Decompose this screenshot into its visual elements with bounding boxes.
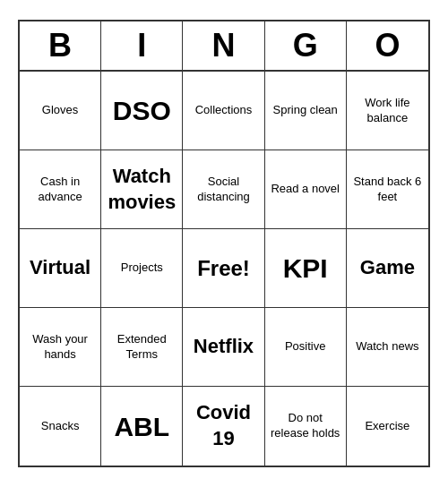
bingo-cell-0: Gloves — [20, 72, 101, 150]
header-letter: O — [347, 21, 428, 70]
bingo-cell-4: Work life balance — [347, 72, 428, 150]
bingo-cell-3: Spring clean — [265, 72, 347, 150]
header-letter: N — [183, 21, 264, 70]
bingo-cell-15: Wash your hands — [20, 308, 101, 387]
bingo-cell-1: DSO — [101, 72, 183, 150]
bingo-cell-21: ABL — [101, 387, 183, 466]
header-letter: I — [101, 21, 183, 70]
bingo-cell-5: Cash in advance — [20, 150, 101, 229]
bingo-cell-14: Game — [347, 229, 428, 308]
bingo-cell-8: Read a novel — [265, 150, 347, 229]
bingo-cell-11: Projects — [101, 229, 183, 308]
bingo-grid: GlovesDSOCollectionsSpring cleanWork lif… — [20, 72, 428, 466]
bingo-cell-24: Exercise — [347, 387, 428, 466]
bingo-card: BINGO GlovesDSOCollectionsSpring cleanWo… — [18, 20, 430, 467]
header-letter: G — [265, 21, 347, 70]
bingo-cell-9: Stand back 6 feet — [347, 150, 428, 229]
bingo-cell-23: Do not release holds — [265, 387, 347, 466]
bingo-cell-12: Free! — [183, 229, 264, 308]
bingo-cell-2: Collections — [183, 72, 264, 150]
bingo-cell-17: Netflix — [183, 308, 264, 387]
bingo-cell-19: Watch news — [347, 308, 428, 387]
bingo-cell-6: Watch movies — [101, 150, 183, 229]
bingo-cell-13: KPI — [265, 229, 347, 308]
bingo-cell-20: Snacks — [20, 387, 101, 466]
bingo-cell-10: Virtual — [20, 229, 101, 308]
bingo-header: BINGO — [20, 21, 428, 72]
header-letter: B — [20, 21, 101, 70]
bingo-cell-18: Positive — [265, 308, 347, 387]
bingo-cell-16: Extended Terms — [101, 308, 183, 387]
bingo-cell-22: Covid 19 — [183, 387, 264, 466]
bingo-cell-7: Social distancing — [183, 150, 264, 229]
